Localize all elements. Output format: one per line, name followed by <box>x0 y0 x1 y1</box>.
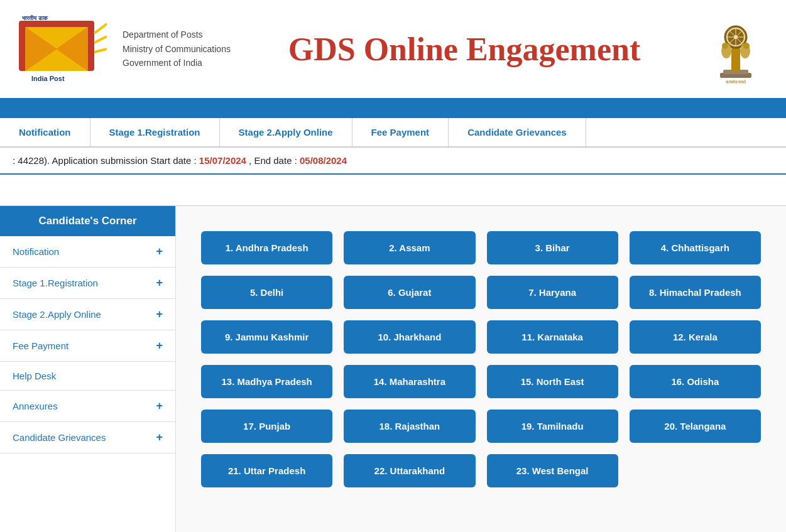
sidebar-item-annexures-label: Annexures <box>13 401 58 411</box>
announcement-end-date: 05/08/2024 <box>300 155 347 166</box>
sidebar-item-stage1-label: Stage 1.Registration <box>13 278 98 288</box>
svg-text:सत्यमेव जयते: सत्यमेव जयते <box>725 79 747 84</box>
state-btn-5[interactable]: 5. Delhi <box>201 276 332 309</box>
org-info: Department of Posts Ministry of Communic… <box>123 28 231 70</box>
svg-text:India Post: India Post <box>31 75 65 82</box>
emblem-right: सत्यमेव जयते <box>698 11 773 87</box>
state-btn-20[interactable]: 20. Telangana <box>630 410 761 443</box>
state-btn-9[interactable]: 9. Jammu Kashmir <box>201 320 332 354</box>
logo-left: भारतीय डाक India Post Department of Post… <box>13 11 231 87</box>
india-post-logo: भारतीय डाक India Post <box>13 11 113 87</box>
state-btn-8[interactable]: 8. Himachal Pradesh <box>630 276 761 309</box>
state-btn-16[interactable]: 16. Odisha <box>630 365 761 398</box>
nav-notification[interactable]: Notification <box>0 118 90 146</box>
svg-line-6 <box>94 36 107 43</box>
state-btn-22[interactable]: 22. Uttarakhand <box>344 454 475 487</box>
state-btn-15[interactable]: 15. North East <box>487 365 618 398</box>
site-title: GDS Online Engagement <box>231 31 698 68</box>
sidebar-item-annexures-plus: + <box>156 399 163 413</box>
svg-text:भारतीय डाक: भारतीय डाक <box>22 14 48 21</box>
nav-fee-payment[interactable]: Fee Payment <box>352 118 449 146</box>
svg-line-7 <box>94 49 107 52</box>
state-btn-7[interactable]: 7. Haryana <box>487 276 618 309</box>
sidebar-item-notification[interactable]: Notification + <box>0 236 175 268</box>
sidebar-item-fee-payment-plus: + <box>156 339 163 352</box>
org-line1: Department of Posts <box>123 28 231 41</box>
sidebar-item-fee-payment[interactable]: Fee Payment + <box>0 330 175 362</box>
sidebar-item-notification-label: Notification <box>13 246 59 257</box>
announcement-middle: , End date : <box>246 155 300 166</box>
sidebar-item-grievances-label: Candidate Grievances <box>13 432 106 443</box>
announcement-bar: : 44228). Application submission Start d… <box>0 148 786 175</box>
sidebar-item-stage1-plus: + <box>156 276 163 290</box>
main-nav: Notification Stage 1.Registration Stage … <box>0 118 786 148</box>
org-line2: Ministry of Communications <box>123 42 231 56</box>
sidebar-item-grievances[interactable]: Candidate Grievances + <box>0 422 175 453</box>
announcement-start-date: 15/07/2024 <box>199 155 246 166</box>
nav-candidate-grievances[interactable]: Candidate Grievances <box>449 118 586 146</box>
states-grid: 1. Andhra Pradesh2. Assam3. Bihar4. Chha… <box>201 231 761 487</box>
india-post-logo-svg: भारतीय डाक India Post <box>19 14 107 84</box>
state-btn-14[interactable]: 14. Maharashtra <box>344 365 475 398</box>
sidebar-item-stage2-plus: + <box>156 308 163 321</box>
sidebar-item-help-desk[interactable]: Help Desk <box>0 362 175 391</box>
sidebar-item-stage2[interactable]: Stage 2.Apply Online + <box>0 299 175 330</box>
state-btn-3[interactable]: 3. Bihar <box>487 231 618 264</box>
state-btn-19[interactable]: 19. Tamilnadu <box>487 410 618 443</box>
site-header: भारतीय डाक India Post Department of Post… <box>0 0 786 100</box>
state-btn-6[interactable]: 6. Gujarat <box>344 276 475 309</box>
ashoka-emblem-svg: सत्यमेव जयते <box>704 13 767 85</box>
org-line3: Government of India <box>123 56 231 70</box>
nav-stage1-registration[interactable]: Stage 1.Registration <box>90 118 220 146</box>
nav-stage2-apply[interactable]: Stage 2.Apply Online <box>220 118 352 146</box>
blue-divider-bar <box>0 100 786 118</box>
state-btn-11[interactable]: 11. Karnataka <box>487 320 618 354</box>
search-bar-area <box>0 175 786 206</box>
state-btn-21[interactable]: 21. Uttar Pradesh <box>201 454 332 487</box>
content-area: 1. Andhra Pradesh2. Assam3. Bihar4. Chha… <box>176 206 786 532</box>
state-btn-12[interactable]: 12. Kerala <box>630 320 761 354</box>
sidebar-item-grievances-plus: + <box>156 431 163 444</box>
svg-line-5 <box>94 24 107 33</box>
announcement-prefix: : 44228). Application submission Start d… <box>13 155 199 166</box>
sidebar-item-annexures[interactable]: Annexures + <box>0 391 175 422</box>
sidebar-item-stage2-label: Stage 2.Apply Online <box>13 309 101 320</box>
state-btn-10[interactable]: 10. Jharkhand <box>344 320 475 354</box>
state-btn-18[interactable]: 18. Rajasthan <box>344 410 475 443</box>
state-btn-2[interactable]: 2. Assam <box>344 231 475 264</box>
svg-point-22 <box>722 43 728 49</box>
state-btn-4[interactable]: 4. Chhattisgarh <box>630 231 761 264</box>
sidebar-item-stage1[interactable]: Stage 1.Registration + <box>0 268 175 299</box>
sidebar-item-fee-payment-label: Fee Payment <box>13 340 68 351</box>
sidebar: Candidate's Corner Notification + Stage … <box>0 206 176 532</box>
svg-point-23 <box>743 43 750 49</box>
sidebar-item-help-desk-label: Help Desk <box>13 371 56 381</box>
state-btn-1[interactable]: 1. Andhra Pradesh <box>201 231 332 264</box>
main-layout: Candidate's Corner Notification + Stage … <box>0 206 786 532</box>
sidebar-item-notification-plus: + <box>156 245 163 258</box>
state-btn-13[interactable]: 13. Madhya Pradesh <box>201 365 332 398</box>
sidebar-header: Candidate's Corner <box>0 206 175 236</box>
state-btn-23[interactable]: 23. West Bengal <box>487 454 618 487</box>
state-btn-17[interactable]: 17. Punjab <box>201 410 332 443</box>
